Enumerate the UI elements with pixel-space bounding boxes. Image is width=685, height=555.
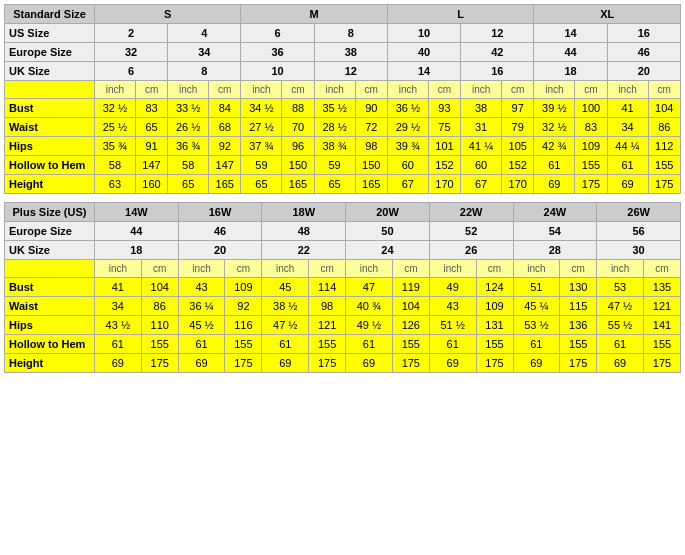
size-group-18w: 18W [262,203,346,222]
plus-europe-size-row: Europe Size 44 46 48 50 52 54 56 [5,222,681,241]
plus-hips-row: Hips 43 ½110 45 ½116 47 ½121 49 ½126 51 … [5,316,681,335]
unit-row-1: inchcm inchcm inchcm inchcm inchcm inchc… [5,81,681,99]
uk-size-label: UK Size [5,62,95,81]
standard-size-title: Standard Size [5,5,95,24]
uk-size-row: UK Size 6 8 10 12 14 16 18 20 [5,62,681,81]
hips-row: Hips 35 ¾91 36 ¾92 37 ¾96 38 ¾98 39 ¾101… [5,137,681,156]
us-10: 10 [387,24,460,43]
europe-size-row: Europe Size 32 34 36 38 40 42 44 46 [5,43,681,62]
us-2: 2 [95,24,168,43]
plus-waist-row: Waist 3486 36 ¼92 38 ½98 40 ¾104 43109 4… [5,297,681,316]
size-group-20w: 20W [346,203,430,222]
waist-row: Waist 25 ½65 26 ½68 27 ½70 28 ½72 29 ½75… [5,118,681,137]
plus-europe-size-label: Europe Size [5,222,95,241]
plus-uk-size-row: UK Size 18 20 22 24 26 28 30 [5,241,681,260]
height-row: Height 63160 65165 65165 65165 67170 671… [5,175,681,194]
plus-uk-size-label: UK Size [5,241,95,260]
size-group-14w: 14W [95,203,179,222]
size-group-s: S [95,5,241,24]
plus-height-row: Height 69175 69175 69175 69175 69175 691… [5,354,681,373]
size-group-l: L [387,5,533,24]
size-group-22w: 22W [429,203,513,222]
plus-hollow-to-hem-row: Hollow to Hem 61155 61155 61155 61155 61… [5,335,681,354]
plus-bust-row: Bust 41104 43109 45114 47119 49124 51130… [5,278,681,297]
size-group-xl: XL [534,5,681,24]
standard-size-header: Standard Size S M L XL [5,5,681,24]
plus-size-header: Plus Size (US) 14W 16W 18W 20W 22W 24W 2… [5,203,681,222]
bust-row: Bust 32 ½83 33 ½84 34 ½88 35 ½90 36 ½93 … [5,99,681,118]
us-6: 6 [241,24,314,43]
us-16: 16 [607,24,680,43]
us-14: 14 [534,24,607,43]
size-group-m: M [241,5,387,24]
standard-size-table: Standard Size S M L XL US Size 2 4 6 8 1… [4,4,681,194]
hollow-to-hem-row: Hollow to Hem 58147 58147 59150 59150 60… [5,156,681,175]
size-group-24w: 24W [513,203,597,222]
us-4: 4 [168,24,241,43]
size-group-16w: 16W [178,203,262,222]
us-8: 8 [314,24,387,43]
europe-size-label: Europe Size [5,43,95,62]
us-size-label: US Size [5,24,95,43]
page-container: Standard Size S M L XL US Size 2 4 6 8 1… [0,0,685,385]
plus-size-title: Plus Size (US) [5,203,95,222]
plus-size-table: Plus Size (US) 14W 16W 18W 20W 22W 24W 2… [4,202,681,373]
unit-row-2: inchcm inchcm inchcm inchcm inchcm inchc… [5,260,681,278]
us-12: 12 [461,24,534,43]
us-size-row: US Size 2 4 6 8 10 12 14 16 [5,24,681,43]
size-group-26w: 26W [597,203,681,222]
